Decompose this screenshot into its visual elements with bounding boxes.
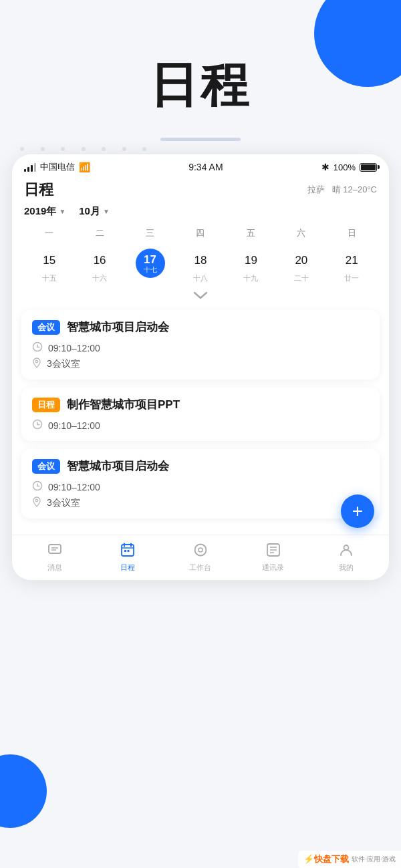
nav-item-contacts[interactable]: 通讯录	[237, 537, 309, 578]
scroll-indicator	[0, 138, 401, 141]
day-19[interactable]: 19 十九	[226, 246, 276, 286]
expand-arrow[interactable]	[24, 286, 377, 305]
svg-rect-18	[124, 550, 126, 552]
weekday-tue: 二	[74, 225, 124, 242]
day-17[interactable]: 17 十七	[125, 246, 175, 286]
nav-label-schedule: 日程	[120, 563, 135, 573]
event-title-3: 智慧城市项目启动会	[67, 458, 169, 474]
calendar-weekdays: 一 二 三 四 五 六 日	[24, 225, 377, 242]
event-time-3: 09:10–12:00	[32, 480, 369, 493]
bluetooth-icon: ✱	[321, 162, 329, 172]
clock-icon-1	[32, 341, 43, 354]
day-lunar-15: 十五	[42, 273, 57, 283]
calendar-section: 2019年 ▼ 10月 ▼ 一 二 三 四 五 六 日 15 十五	[12, 205, 389, 310]
event-location-1: 3会议室	[32, 357, 369, 370]
nav-item-messages[interactable]: 消息	[19, 537, 92, 578]
workspace-icon	[193, 543, 208, 561]
event-tag-1: 会议	[32, 320, 60, 335]
month-label: 10月	[79, 205, 100, 218]
add-icon: +	[352, 502, 363, 521]
event-time-text-1: 09:10–12:00	[48, 343, 100, 353]
event-time-text-3: 09:10–12:00	[48, 482, 100, 492]
day-num-16: 16	[88, 249, 112, 273]
location-icon-3	[32, 496, 41, 509]
event-card-1[interactable]: 会议 智慧城市项目启动会 09:10–12:00 3会议室	[21, 310, 380, 380]
mine-icon	[339, 543, 354, 561]
event-location-text-1: 3会议室	[47, 358, 80, 370]
event-tag-2: 日程	[32, 398, 60, 412]
weekday-fri: 五	[226, 225, 276, 242]
scroll-bar	[160, 138, 241, 141]
svg-point-3	[35, 360, 38, 363]
day-lunar-20: 二十	[294, 273, 309, 283]
schedule-icon	[120, 543, 135, 561]
year-selector[interactable]: 2019年 ▼	[24, 205, 65, 218]
status-right: ✱ 100%	[321, 162, 377, 172]
event-tag-3: 会议	[32, 459, 60, 474]
weekday-sun: 日	[327, 225, 377, 242]
app-header: 日程 拉萨 晴 12–20°C	[12, 176, 389, 205]
event-card-2[interactable]: 日程 制作智慧城市项目PPT 09:10–12:00	[21, 388, 380, 441]
day-18[interactable]: 18 十八	[175, 246, 225, 286]
clock-icon-3	[32, 480, 43, 493]
svg-point-26	[344, 545, 348, 550]
day-15[interactable]: 15 十五	[24, 246, 74, 286]
phone-frame: 中国电信 📶 9:34 AM ✱ 100% 日程 拉萨 晴 12–20°C 20…	[12, 154, 389, 580]
bottom-nav: 消息 日程 工作台 通讯录 我的	[12, 535, 389, 580]
contacts-icon	[266, 543, 281, 561]
day-num-21: 21	[340, 249, 364, 273]
battery-icon	[360, 163, 377, 172]
event-time-text-2: 09:10–12:00	[48, 420, 100, 431]
app-header-title: 日程	[24, 180, 53, 200]
battery-percent: 100%	[333, 162, 356, 172]
nav-label-messages: 消息	[47, 563, 62, 573]
add-fab-button[interactable]: +	[341, 494, 374, 528]
event-location-text-3: 3会议室	[47, 497, 80, 509]
day-lunar-16: 十六	[92, 273, 107, 283]
weather-info: 拉萨 晴 12–20°C	[307, 183, 377, 196]
wifi-icon: 📶	[79, 162, 90, 172]
clock-icon-2	[32, 419, 43, 432]
month-selector[interactable]: 10月 ▼	[79, 205, 110, 218]
event-card-3[interactable]: 会议 智慧城市项目启动会 09:10–12:00 3会议室	[21, 449, 380, 519]
event-time-2: 09:10–12:00	[32, 419, 369, 432]
status-left: 中国电信 📶	[24, 161, 90, 173]
event-header-2: 日程 制作智慧城市项目PPT	[32, 397, 369, 412]
day-16[interactable]: 16 十六	[74, 246, 124, 286]
nav-label-mine: 我的	[339, 563, 354, 573]
today-circle: 17 十七	[136, 249, 165, 278]
nav-item-mine[interactable]: 我的	[309, 537, 382, 578]
svg-point-21	[198, 548, 203, 552]
weather-condition: 晴 12–20°C	[332, 184, 377, 194]
event-header-1: 会议 智慧城市项目启动会	[32, 319, 369, 335]
day-lunar-21: 廿一	[344, 273, 359, 283]
svg-rect-19	[128, 550, 130, 552]
year-dropdown-icon: ▼	[59, 208, 65, 215]
day-21[interactable]: 21 廿一	[327, 246, 377, 286]
page-title-area: 日程	[0, 0, 401, 131]
nav-item-workspace[interactable]: 工作台	[164, 537, 237, 578]
weekday-thu: 四	[175, 225, 225, 242]
bg-circle-bottom	[0, 754, 47, 828]
nav-item-schedule[interactable]: 日程	[92, 537, 164, 578]
day-num-18: 18	[188, 249, 213, 273]
day-20[interactable]: 20 二十	[276, 246, 326, 286]
day-lunar-17: 十七	[144, 267, 157, 273]
event-time-1: 09:10–12:00	[32, 341, 369, 354]
carrier-label: 中国电信	[40, 161, 75, 173]
weekday-mon: 一	[24, 225, 74, 242]
page-title: 日程	[0, 53, 401, 118]
event-location-3: 3会议室	[32, 496, 369, 509]
day-num-20: 20	[289, 249, 313, 273]
event-title-2: 制作智慧城市项目PPT	[67, 397, 180, 412]
svg-rect-11	[49, 545, 61, 553]
watermark-text: 软件·应用·游戏	[352, 855, 396, 864]
calendar-days: 15 十五 16 十六 17 十七 18 十八 19	[24, 246, 377, 286]
location-icon-1	[32, 357, 41, 370]
weekday-sat: 六	[276, 225, 326, 242]
year-month-selector: 2019年 ▼ 10月 ▼	[24, 205, 377, 218]
nav-label-contacts: 通讯录	[262, 563, 284, 573]
day-lunar-18: 十八	[193, 273, 208, 283]
weather-location: 拉萨	[307, 184, 325, 194]
day-num-15: 15	[37, 249, 61, 273]
